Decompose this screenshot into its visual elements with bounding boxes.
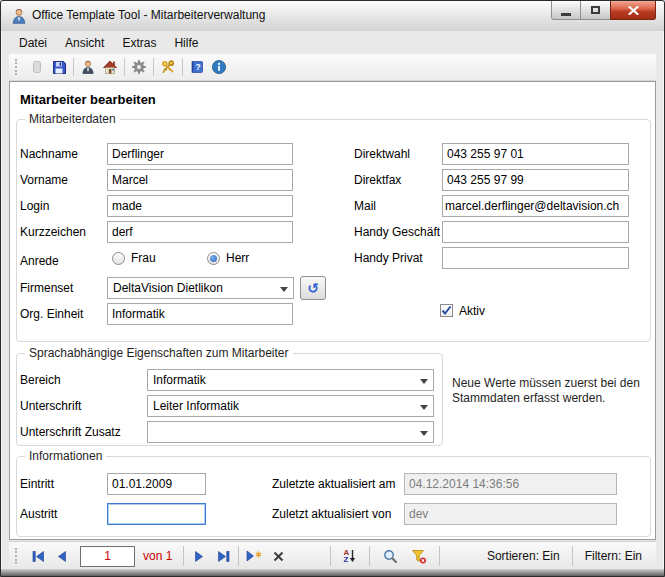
vorname-input[interactable]	[107, 169, 293, 191]
previous-record-icon	[57, 551, 67, 562]
delete-record-button[interactable]	[266, 545, 290, 567]
svg-text:?: ?	[195, 62, 200, 72]
bereich-value: Informatik	[153, 373, 206, 387]
login-input[interactable]	[107, 195, 293, 217]
company-button[interactable]	[99, 56, 121, 78]
minimize-button[interactable]	[551, 1, 581, 20]
nachname-label: Nachname	[20, 147, 78, 161]
toolbar-grip[interactable]	[15, 59, 19, 75]
sort-button[interactable]: A Z	[339, 549, 361, 563]
groupbox-title: Sprachabhängige Eigenschaften zum Mitarb…	[25, 346, 293, 360]
window-controls	[551, 1, 656, 20]
org-einheit-label: Org. Einheit	[20, 307, 83, 321]
refresh-firmenset-button[interactable]: ↺	[300, 276, 326, 300]
direktfax-label: Direktfax	[354, 173, 401, 187]
radio-frau-circle	[112, 252, 125, 265]
radio-frau[interactable]: Frau	[112, 251, 156, 265]
org-einheit-input[interactable]	[107, 303, 293, 325]
radio-frau-label: Frau	[131, 251, 156, 265]
navigator-separator	[369, 546, 370, 566]
aktualisiert-von-value	[404, 503, 617, 525]
filter-status: Filtern: Ein	[585, 549, 642, 563]
menu-extras[interactable]: Extras	[113, 32, 165, 54]
window-title: Office Template Tool - Mitarbeiterverwal…	[32, 1, 265, 29]
title-bar: Office Template Tool - Mitarbeiterverwal…	[1, 1, 664, 31]
unterschrift-value: Leiter Informatik	[153, 399, 239, 413]
chevron-down-icon	[420, 379, 428, 388]
employee-button[interactable]	[77, 56, 99, 78]
new-button-disabled	[26, 56, 48, 78]
firmenset-combobox[interactable]: DeltaVision Dietlikon	[107, 277, 294, 299]
direktwahl-label: Direktwahl	[354, 147, 410, 161]
chevron-down-icon	[420, 405, 428, 414]
navigator-grip[interactable]	[15, 548, 19, 564]
help-book-icon: ?	[189, 59, 205, 75]
settings-button[interactable]	[128, 56, 150, 78]
handy-geschaeft-label: Handy Geschäft	[354, 225, 440, 239]
next-record-icon	[194, 551, 204, 562]
nachname-input[interactable]	[107, 143, 293, 165]
next-record-button[interactable]	[187, 545, 211, 567]
unterschrift-zusatz-combobox[interactable]	[147, 421, 434, 443]
app-person-icon	[10, 7, 28, 25]
direktfax-input[interactable]	[442, 169, 629, 191]
aktiv-checkbox[interactable]	[440, 304, 453, 317]
save-button[interactable]	[48, 56, 70, 78]
info-button[interactable]	[208, 56, 230, 78]
kurzzeichen-label: Kurzzeichen	[20, 225, 86, 239]
radio-herr[interactable]: Herr	[207, 251, 249, 265]
first-record-icon	[32, 551, 45, 562]
menu-hilfe[interactable]: Hilfe	[165, 32, 207, 54]
eintritt-input[interactable]	[107, 473, 206, 495]
radio-herr-label: Herr	[226, 251, 249, 265]
close-button[interactable]	[610, 1, 656, 20]
form-area: Mitarbeiter bearbeiten Mitarbeiterdaten …	[9, 81, 656, 540]
close-icon	[628, 6, 639, 15]
gear-icon	[131, 59, 147, 75]
last-record-button[interactable]	[211, 545, 235, 567]
bereich-label: Bereich	[20, 373, 61, 387]
navigator-status: Sortieren: Ein Filtern: Ein	[487, 542, 642, 570]
toolbar-separator	[73, 58, 74, 76]
previous-record-button[interactable]	[50, 545, 74, 567]
last-record-icon	[217, 551, 230, 562]
direktwahl-input[interactable]	[442, 143, 629, 165]
main-toolbar: ?	[9, 54, 656, 81]
navigator-separator	[439, 546, 440, 566]
clear-filter-button[interactable]	[407, 545, 431, 567]
firmenset-label: Firmenset	[20, 281, 73, 295]
stammdaten-note: Neue Werte müssen zuerst bei den Stammda…	[452, 376, 664, 406]
menu-ansicht[interactable]: Ansicht	[56, 32, 113, 54]
austritt-label: Austritt	[20, 507, 57, 521]
groupbox-title: Mitarbeiterdaten	[25, 112, 120, 126]
austritt-input[interactable]	[107, 503, 206, 525]
permissions-button[interactable]	[157, 56, 179, 78]
restore-button[interactable]	[581, 1, 610, 20]
mail-label: Mail	[354, 199, 376, 213]
record-position-input[interactable]	[80, 546, 135, 567]
add-new-record-button[interactable]	[242, 545, 266, 567]
menu-datei[interactable]: Datei	[10, 32, 56, 54]
record-count-label: von 1	[143, 549, 172, 563]
house-icon	[102, 59, 118, 75]
search-button[interactable]	[378, 545, 402, 567]
save-icon	[51, 59, 67, 75]
handy-privat-input[interactable]	[442, 247, 629, 269]
toolbar-separator	[182, 58, 183, 76]
bereich-combobox[interactable]: Informatik	[147, 369, 434, 391]
handy-geschaeft-input[interactable]	[442, 221, 629, 243]
info-icon	[211, 59, 227, 75]
delete-record-icon	[273, 551, 284, 562]
anrede-label: Anrede	[20, 254, 59, 268]
navigator-middle: A Z	[327, 542, 443, 570]
add-new-record-icon	[246, 550, 263, 562]
mail-input[interactable]	[442, 195, 629, 217]
kurzzeichen-input[interactable]	[107, 221, 293, 243]
minimize-icon	[561, 13, 571, 16]
refresh-icon: ↺	[307, 280, 319, 296]
toolbar-separator	[124, 58, 125, 76]
check-icon	[441, 305, 452, 316]
help-button[interactable]: ?	[186, 56, 208, 78]
first-record-button[interactable]	[26, 545, 50, 567]
unterschrift-combobox[interactable]: Leiter Informatik	[147, 395, 434, 417]
